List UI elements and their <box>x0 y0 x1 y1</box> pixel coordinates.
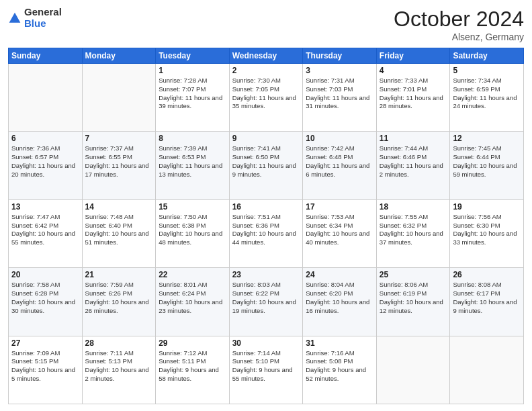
day-info: Sunrise: 7:55 AMSunset: 6:32 PMDaylight:… <box>380 213 447 247</box>
day-info: Sunrise: 7:37 AMSunset: 6:55 PMDaylight:… <box>85 144 153 179</box>
day-number: 2 <box>232 66 300 75</box>
day-info: Sunrise: 7:50 AMSunset: 6:38 PMDaylight:… <box>159 213 226 247</box>
day-info: Sunrise: 7:09 AMSunset: 5:15 PMDaylight:… <box>11 349 79 383</box>
day-info: Sunrise: 7:16 AMSunset: 5:08 PMDaylight:… <box>306 349 373 383</box>
table-row: 11Sunrise: 7:44 AMSunset: 6:46 PMDayligh… <box>376 132 450 199</box>
day-info: Sunrise: 7:12 AMSunset: 5:11 PMDaylight:… <box>159 349 226 383</box>
table-row: 22Sunrise: 8:01 AMSunset: 6:24 PMDayligh… <box>156 268 230 336</box>
day-number: 22 <box>159 270 226 279</box>
day-info: Sunrise: 7:47 AMSunset: 6:42 PMDaylight:… <box>11 213 79 247</box>
col-tuesday: Tuesday <box>156 48 230 64</box>
day-info: Sunrise: 7:56 AMSunset: 6:30 PMDaylight:… <box>453 213 521 247</box>
day-number: 31 <box>306 338 373 348</box>
day-info: Sunrise: 7:58 AMSunset: 6:28 PMDaylight:… <box>11 281 79 315</box>
table-row: 14Sunrise: 7:48 AMSunset: 6:40 PMDayligh… <box>82 199 156 267</box>
table-row: 19Sunrise: 7:56 AMSunset: 6:30 PMDayligh… <box>450 199 524 267</box>
day-info: Sunrise: 7:11 AMSunset: 5:13 PMDaylight:… <box>85 349 153 383</box>
table-row: 24Sunrise: 8:04 AMSunset: 6:20 PMDayligh… <box>303 268 377 336</box>
calendar-week-row: 27Sunrise: 7:09 AMSunset: 5:15 PMDayligh… <box>9 336 524 404</box>
day-info: Sunrise: 7:45 AMSunset: 6:44 PMDaylight:… <box>453 144 521 179</box>
col-friday: Friday <box>376 48 450 64</box>
col-thursday: Thursday <box>303 48 377 64</box>
day-number: 20 <box>11 270 79 279</box>
table-row: 5Sunrise: 7:34 AMSunset: 6:59 PMDaylight… <box>450 64 524 132</box>
logo-text: General Blue <box>24 7 62 29</box>
day-info: Sunrise: 8:06 AMSunset: 6:19 PMDaylight:… <box>380 281 447 315</box>
calendar-week-row: 20Sunrise: 7:58 AMSunset: 6:28 PMDayligh… <box>9 268 524 336</box>
day-number: 26 <box>453 270 521 279</box>
day-info: Sunrise: 7:48 AMSunset: 6:40 PMDaylight:… <box>85 213 153 247</box>
table-row: 27Sunrise: 7:09 AMSunset: 5:15 PMDayligh… <box>9 336 83 404</box>
table-row: 29Sunrise: 7:12 AMSunset: 5:11 PMDayligh… <box>156 336 230 404</box>
logo: General Blue <box>8 7 62 29</box>
day-info: Sunrise: 8:03 AMSunset: 6:22 PMDaylight:… <box>232 281 300 315</box>
day-info: Sunrise: 7:59 AMSunset: 6:26 PMDaylight:… <box>85 281 153 315</box>
table-row <box>9 64 83 132</box>
day-info: Sunrise: 7:14 AMSunset: 5:10 PMDaylight:… <box>232 349 300 383</box>
day-info: Sunrise: 7:53 AMSunset: 6:34 PMDaylight:… <box>306 213 373 247</box>
table-row: 2Sunrise: 7:30 AMSunset: 7:05 PMDaylight… <box>229 64 303 132</box>
day-info: Sunrise: 7:42 AMSunset: 6:48 PMDaylight:… <box>306 144 373 179</box>
svg-marker-0 <box>9 12 21 22</box>
table-row: 28Sunrise: 7:11 AMSunset: 5:13 PMDayligh… <box>82 336 156 404</box>
day-info: Sunrise: 7:39 AMSunset: 6:53 PMDaylight:… <box>159 144 226 179</box>
title-area: October 2024 Alsenz, Germany <box>394 7 524 42</box>
day-number: 1 <box>159 66 226 75</box>
day-info: Sunrise: 7:36 AMSunset: 6:57 PMDaylight:… <box>11 144 79 179</box>
day-number: 10 <box>306 134 373 143</box>
day-number: 14 <box>85 202 153 212</box>
day-number: 27 <box>11 338 79 348</box>
table-row: 8Sunrise: 7:39 AMSunset: 6:53 PMDaylight… <box>156 132 230 199</box>
table-row: 12Sunrise: 7:45 AMSunset: 6:44 PMDayligh… <box>450 132 524 199</box>
table-row: 17Sunrise: 7:53 AMSunset: 6:34 PMDayligh… <box>303 199 377 267</box>
month-title: October 2024 <box>394 7 524 32</box>
day-number: 9 <box>232 134 300 143</box>
day-number: 6 <box>11 134 79 143</box>
day-number: 23 <box>232 270 300 279</box>
day-number: 24 <box>306 270 373 279</box>
table-row <box>376 336 450 404</box>
calendar-week-row: 1Sunrise: 7:28 AMSunset: 7:07 PMDaylight… <box>9 64 524 132</box>
table-row <box>82 64 156 132</box>
calendar: Sunday Monday Tuesday Wednesday Thursday… <box>8 48 524 404</box>
day-info: Sunrise: 8:01 AMSunset: 6:24 PMDaylight:… <box>159 281 226 315</box>
calendar-week-row: 13Sunrise: 7:47 AMSunset: 6:42 PMDayligh… <box>9 199 524 267</box>
calendar-header-row: Sunday Monday Tuesday Wednesday Thursday… <box>9 48 524 64</box>
day-number: 8 <box>159 134 226 143</box>
col-sunday: Sunday <box>9 48 83 64</box>
table-row: 23Sunrise: 8:03 AMSunset: 6:22 PMDayligh… <box>229 268 303 336</box>
col-monday: Monday <box>82 48 156 64</box>
day-info: Sunrise: 7:28 AMSunset: 7:07 PMDaylight:… <box>159 77 226 111</box>
table-row: 3Sunrise: 7:31 AMSunset: 7:03 PMDaylight… <box>303 64 377 132</box>
day-number: 5 <box>453 66 521 75</box>
day-number: 30 <box>232 338 300 348</box>
day-number: 11 <box>380 134 447 143</box>
calendar-week-row: 6Sunrise: 7:36 AMSunset: 6:57 PMDaylight… <box>9 132 524 199</box>
day-info: Sunrise: 7:41 AMSunset: 6:50 PMDaylight:… <box>232 144 300 179</box>
table-row: 6Sunrise: 7:36 AMSunset: 6:57 PMDaylight… <box>9 132 83 199</box>
table-row: 18Sunrise: 7:55 AMSunset: 6:32 PMDayligh… <box>376 199 450 267</box>
day-number: 15 <box>159 202 226 212</box>
day-info: Sunrise: 7:34 AMSunset: 6:59 PMDaylight:… <box>453 77 521 111</box>
day-number: 13 <box>11 202 79 212</box>
day-number: 29 <box>159 338 226 348</box>
day-info: Sunrise: 7:44 AMSunset: 6:46 PMDaylight:… <box>380 144 447 179</box>
table-row: 16Sunrise: 7:51 AMSunset: 6:36 PMDayligh… <box>229 199 303 267</box>
table-row: 26Sunrise: 8:08 AMSunset: 6:17 PMDayligh… <box>450 268 524 336</box>
col-wednesday: Wednesday <box>229 48 303 64</box>
day-info: Sunrise: 8:04 AMSunset: 6:20 PMDaylight:… <box>306 281 373 315</box>
day-info: Sunrise: 7:51 AMSunset: 6:36 PMDaylight:… <box>232 213 300 247</box>
table-row: 10Sunrise: 7:42 AMSunset: 6:48 PMDayligh… <box>303 132 377 199</box>
day-number: 28 <box>85 338 153 348</box>
table-row: 7Sunrise: 7:37 AMSunset: 6:55 PMDaylight… <box>82 132 156 199</box>
col-saturday: Saturday <box>450 48 524 64</box>
location: Alsenz, Germany <box>394 32 524 42</box>
day-number: 7 <box>85 134 153 143</box>
logo-blue: Blue <box>24 18 62 30</box>
day-number: 17 <box>306 202 373 212</box>
day-number: 19 <box>453 202 521 212</box>
day-number: 21 <box>85 270 153 279</box>
page: General Blue October 2024 Alsenz, German… <box>0 0 532 411</box>
table-row: 15Sunrise: 7:50 AMSunset: 6:38 PMDayligh… <box>156 199 230 267</box>
table-row <box>450 336 524 404</box>
